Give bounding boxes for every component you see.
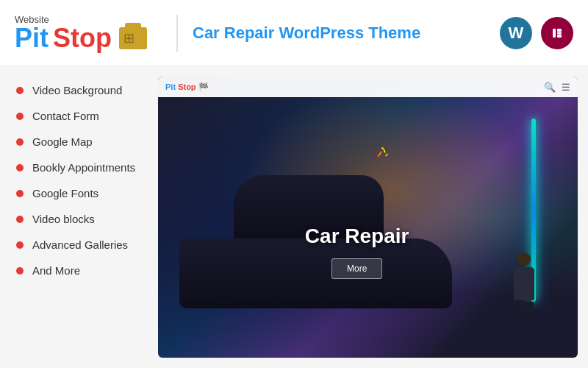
spark-4	[377, 155, 379, 157]
theme-preview: Car Repair More Pit Stop 🏁 🔍 ☰	[158, 77, 578, 358]
bullet-icon	[16, 87, 24, 94]
sidebar-item-advanced-galleries[interactable]: Advanced Galleries	[13, 234, 151, 255]
spark-3	[383, 148, 386, 152]
bullet-icon	[16, 138, 24, 146]
bullet-icon	[16, 241, 24, 249]
sidebar-item-label: Video blocks	[32, 213, 95, 225]
header-icons: W	[500, 17, 573, 49]
wordpress-icon[interactable]: W	[500, 17, 532, 49]
spark-5	[385, 153, 389, 157]
sidebar-item-google-fonts[interactable]: Google Fonts	[13, 183, 151, 204]
brand-stop: Stop	[53, 25, 112, 52]
preview-search-icon[interactable]: 🔍	[544, 82, 556, 93]
wordpress-icon-char: W	[509, 24, 524, 43]
svg-rect-0	[553, 29, 556, 38]
hero-content: Car Repair More	[305, 224, 409, 279]
hero-more-button[interactable]: More	[331, 258, 382, 279]
brand-section: Website Pit Stop	[15, 14, 147, 52]
hero-title: Car Repair	[305, 224, 409, 248]
preview-logo-pit: Pit	[165, 82, 176, 91]
person-leg-right	[526, 302, 533, 318]
sidebar-item-google-map[interactable]: Google Map	[13, 131, 151, 152]
preview-topbar-icons: 🔍 ☰	[544, 82, 570, 93]
preview-logo: Pit Stop 🏁	[165, 82, 209, 92]
sidebar-item-contact-form[interactable]: Contact Form	[13, 105, 151, 127]
sidebar-item-and-more[interactable]: And More	[13, 260, 151, 281]
person-leg-left	[515, 302, 523, 318]
bullet-icon	[16, 113, 24, 120]
header: Website Pit Stop Car Repair WordPress Th…	[0, 0, 588, 66]
sidebar-item-label: And More	[32, 264, 80, 277]
sidebar-item-label: Google Fonts	[32, 187, 98, 199]
preview-logo-stop: Stop	[178, 82, 196, 91]
svg-rect-1	[557, 29, 562, 32]
person-silhouette	[503, 252, 544, 319]
brand-pit: Pit	[15, 25, 49, 52]
svg-rect-3	[557, 35, 562, 38]
sidebar-item-label: Bookly Appointments	[32, 161, 135, 174]
bullet-icon	[16, 267, 24, 275]
bullet-icon	[16, 190, 24, 197]
preview-background: Car Repair More	[158, 77, 578, 358]
theme-title: Car Repair WordPress Theme	[193, 24, 500, 43]
sidebar-item-label: Google Map	[32, 135, 93, 148]
toolbox-icon	[119, 27, 147, 49]
bullet-icon	[16, 164, 24, 171]
elementor-icon[interactable]	[541, 17, 573, 49]
sidebar: Video BackgroundContact FormGoogle MapBo…	[0, 66, 158, 368]
person-legs	[503, 302, 544, 318]
preview-topbar: Pit Stop 🏁 🔍 ☰	[158, 77, 578, 97]
sidebar-item-label: Contact Form	[32, 110, 99, 122]
person-body	[514, 267, 534, 300]
elementor-logo-svg	[549, 25, 565, 41]
preview-logo-flag: 🏁	[198, 82, 209, 91]
sidebar-item-label: Advanced Galleries	[32, 238, 128, 251]
person-head	[517, 252, 531, 266]
preview-menu-icon[interactable]: ☰	[562, 82, 570, 93]
brand-name: Pit Stop	[15, 25, 147, 52]
sidebar-item-label: Video Background	[32, 84, 122, 96]
sidebar-item-video-background[interactable]: Video Background	[13, 79, 151, 101]
header-divider	[176, 15, 178, 52]
main-content: Video BackgroundContact FormGoogle MapBo…	[0, 66, 588, 368]
sidebar-item-video-blocks[interactable]: Video blocks	[13, 208, 151, 230]
svg-rect-2	[557, 32, 562, 34]
sidebar-item-bookly-appointments[interactable]: Bookly Appointments	[13, 157, 151, 178]
bullet-icon	[16, 216, 24, 223]
